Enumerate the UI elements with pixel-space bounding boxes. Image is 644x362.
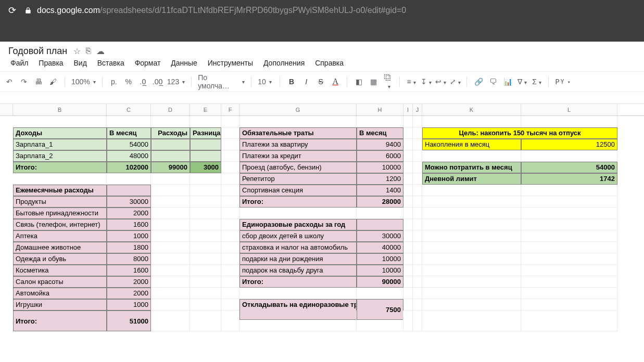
halign-icon[interactable]: ≡ (406, 77, 416, 86)
font-select[interactable]: По умолча… (198, 73, 245, 90)
col-B[interactable]: B (13, 104, 107, 115)
cell[interactable]: Доходы (13, 127, 107, 139)
col-F[interactable]: F (221, 104, 239, 115)
borders-icon[interactable]: ▦ (368, 77, 378, 86)
doc-title[interactable]: Годовой план (8, 46, 67, 57)
italic-icon[interactable]: I (301, 77, 311, 86)
cell[interactable]: Репетитор (239, 173, 357, 185)
toolbar: ↶ ↷ 🖶 🖌 100% р. % .0̲ .00̲ 123 По умолча… (0, 71, 644, 92)
menu-view[interactable]: Вид (70, 57, 91, 69)
cell[interactable]: Итого: (13, 162, 107, 173)
increase-decimal-icon[interactable]: .00̲ (153, 77, 163, 86)
cell[interactable]: Спортивная секция (239, 185, 357, 196)
filter-icon[interactable]: ∇ (517, 77, 527, 86)
rotate-icon[interactable]: ⤢ (450, 77, 460, 86)
cell[interactable]: 28000 (357, 196, 403, 208)
cell[interactable]: Ежемесячные расходы (13, 185, 107, 196)
cell[interactable]: Зарплата_2 (13, 150, 107, 162)
cell[interactable]: 3000 (190, 162, 221, 173)
menu-help[interactable]: Справка (311, 57, 348, 69)
cell[interactable]: В месяц (107, 127, 151, 139)
functions-icon[interactable]: Σ (532, 77, 542, 86)
star-icon[interactable]: ☆ (73, 46, 81, 56)
corner[interactable] (0, 104, 13, 115)
column-headers: A A B C D E F G H I J K L (0, 104, 644, 116)
spreadsheet-grid[interactable]: Доходы В месяц Расходы Разница Обязатель… (13, 116, 644, 331)
col-J[interactable]: J (413, 104, 422, 115)
link-icon[interactable]: 🔗 (473, 77, 484, 86)
cell[interactable]: 1742 (521, 173, 617, 185)
cell[interactable]: В месяц (357, 127, 403, 139)
cell[interactable]: 6000 (357, 150, 403, 162)
menu-format[interactable]: Формат (131, 57, 165, 69)
cell[interactable]: 1200 (357, 173, 403, 185)
cell[interactable]: Итого: (239, 196, 357, 208)
menu-tools[interactable]: Инструменты (204, 57, 257, 69)
wrap-icon[interactable]: ↩ (435, 77, 446, 86)
url-bar[interactable]: docs.google.com/spreadsheets/d/11fcaDTLt… (24, 6, 636, 15)
bold-icon[interactable]: B (286, 77, 297, 86)
more-formats[interactable]: 123 (167, 77, 185, 86)
cell[interactable]: 30000 (107, 196, 151, 208)
cell[interactable]: 48000 (107, 150, 151, 162)
menu-bar: Файл Правка Вид Вставка Формат Данные Ин… (0, 57, 644, 71)
menu-insert[interactable]: Вставка (93, 57, 129, 69)
comment-icon[interactable]: 🗨 (488, 77, 498, 86)
cell[interactable]: Дневной лимит (422, 173, 521, 185)
reload-icon[interactable]: ⟳ (8, 5, 16, 16)
cell[interactable]: Платежи за кредит (239, 150, 357, 162)
col-H[interactable]: H (357, 104, 403, 115)
cell[interactable]: Разница (190, 127, 221, 139)
cell[interactable]: 9400 (357, 139, 403, 150)
menu-data[interactable]: Данные (167, 57, 201, 69)
url-host: docs.google.com (37, 6, 100, 15)
undo-icon[interactable]: ↶ (4, 77, 15, 86)
valign-icon[interactable]: ↧ (421, 77, 431, 86)
cell[interactable]: Проезд (автобус, бензин) (239, 162, 357, 173)
cell[interactable]: Платежи за квартиру (239, 139, 357, 150)
cell[interactable]: Можно потратить в месяц (422, 162, 521, 173)
decrease-decimal-icon[interactable]: .0̲ (138, 77, 148, 86)
cell[interactable]: 1400 (357, 185, 403, 196)
menu-file[interactable]: Файл (6, 57, 32, 69)
chart-icon[interactable]: 📊 (502, 77, 513, 86)
col-C[interactable]: C (107, 104, 151, 115)
col-I[interactable]: I (403, 104, 413, 115)
col-G[interactable]: G (239, 104, 357, 115)
cell[interactable]: 54000 (107, 139, 151, 150)
paint-format-icon[interactable]: 🖌 (48, 77, 58, 86)
script-icon[interactable]: PY (555, 77, 571, 86)
menu-addons[interactable]: Дополнения (259, 57, 309, 69)
cell[interactable]: 10000 (357, 162, 403, 173)
cell[interactable]: 12500 (521, 139, 617, 150)
col-D[interactable]: D (151, 104, 190, 115)
cloud-icon[interactable]: ☁ (96, 46, 105, 56)
cell[interactable]: Расходы (151, 127, 190, 139)
menu-edit[interactable]: Правка (34, 57, 67, 69)
cell[interactable]: 99000 (151, 162, 190, 173)
col-E[interactable]: E (190, 104, 221, 115)
cell[interactable]: Накопления в месяц (422, 139, 521, 150)
url-path: /spreadsheets/d/11fcaDTLtNfdbREFjMrRPD60… (100, 6, 406, 15)
currency-icon[interactable]: р. (109, 77, 119, 86)
print-icon[interactable]: 🖶 (33, 77, 44, 86)
redo-icon[interactable]: ↷ (19, 77, 29, 86)
fontsize-select[interactable]: 10 (258, 77, 273, 86)
col-K[interactable]: K (422, 104, 521, 115)
merge-icon[interactable]: ⿻ (383, 73, 393, 90)
cell[interactable]: Цель: накопить 150 тысяч на отпуск (422, 127, 617, 139)
cell[interactable]: Зарплата_1 (13, 139, 107, 150)
col-L[interactable]: L (521, 104, 617, 115)
text-color-icon[interactable]: A (330, 77, 340, 86)
lock-icon (24, 7, 32, 14)
cell[interactable]: 102000 (107, 162, 151, 173)
zoom-select[interactable]: 100% (71, 77, 96, 86)
fill-color-icon[interactable]: ◧ (353, 77, 364, 86)
percent-icon[interactable]: % (123, 77, 134, 86)
cell[interactable]: Продукты (13, 196, 107, 208)
cell[interactable]: 54000 (521, 162, 617, 173)
strike-icon[interactable]: S (315, 77, 326, 86)
move-icon[interactable]: ⎘ (86, 46, 91, 56)
cell[interactable]: Обязательные траты (239, 127, 357, 139)
